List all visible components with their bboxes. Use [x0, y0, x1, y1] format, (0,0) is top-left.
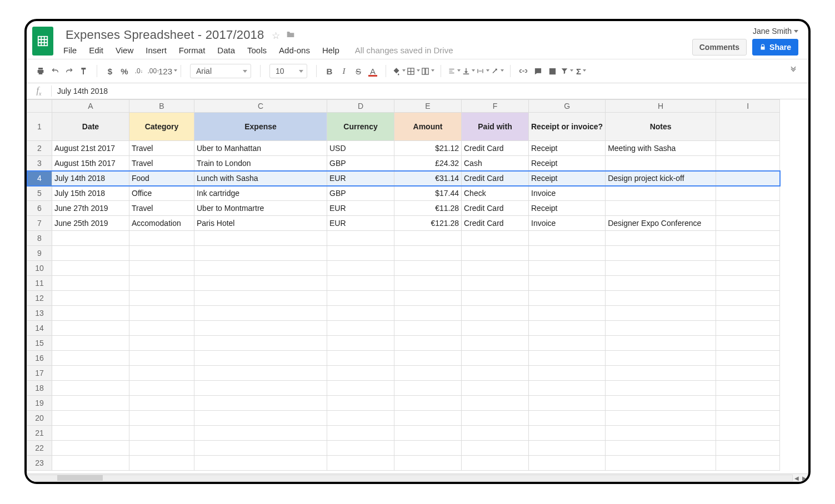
- cell-G21[interactable]: [529, 426, 606, 441]
- cell-H21[interactable]: [606, 426, 716, 441]
- row-header-15[interactable]: 15: [27, 336, 52, 351]
- strikethrough-icon[interactable]: S: [351, 64, 366, 78]
- cell-B9[interactable]: [129, 246, 194, 261]
- insert-link-icon[interactable]: [516, 64, 531, 78]
- cell-H19[interactable]: [606, 396, 716, 411]
- menu-insert[interactable]: Insert: [146, 46, 167, 55]
- cell-I15[interactable]: [716, 336, 780, 351]
- cell-F19[interactable]: [462, 396, 529, 411]
- format-currency-icon[interactable]: $: [103, 64, 117, 78]
- cell-E23[interactable]: [394, 456, 462, 471]
- cell-B14[interactable]: [129, 321, 194, 336]
- cell-D11[interactable]: [327, 276, 394, 291]
- cell-I4[interactable]: [716, 171, 780, 186]
- insert-comment-icon[interactable]: [531, 64, 545, 78]
- cell-F6[interactable]: Credit Card: [462, 201, 529, 216]
- cell-A21[interactable]: [52, 426, 129, 441]
- spreadsheet-grid[interactable]: ABCDEFGHI1DateCategoryExpenseCurrencyAmo…: [27, 99, 808, 473]
- cell-F22[interactable]: [462, 441, 529, 456]
- cell-H2[interactable]: Meeting with Sasha: [606, 141, 716, 156]
- cell-H11[interactable]: [606, 276, 716, 291]
- cell-F3[interactable]: Cash: [462, 156, 529, 171]
- cell-C13[interactable]: [194, 306, 327, 321]
- cell-E15[interactable]: [394, 336, 462, 351]
- cell-F23[interactable]: [462, 456, 529, 471]
- select-all-corner[interactable]: [27, 100, 52, 113]
- cell-B11[interactable]: [129, 276, 194, 291]
- cell-B17[interactable]: [129, 366, 194, 381]
- cell-G19[interactable]: [529, 396, 606, 411]
- cell-D13[interactable]: [327, 306, 394, 321]
- col-header-E[interactable]: E: [394, 100, 462, 113]
- row-header-16[interactable]: 16: [27, 351, 52, 366]
- cell-G18[interactable]: [529, 381, 606, 396]
- cell-B15[interactable]: [129, 336, 194, 351]
- row-header-9[interactable]: 9: [27, 246, 52, 261]
- cell-G7[interactable]: Invoice: [529, 216, 606, 231]
- cell-E2[interactable]: $21.12: [394, 141, 462, 156]
- cell-H16[interactable]: [606, 351, 716, 366]
- cell-H4[interactable]: Design project kick-off: [606, 171, 716, 186]
- cell-I17[interactable]: [716, 366, 780, 381]
- cell-E14[interactable]: [394, 321, 462, 336]
- row-header-20[interactable]: 20: [27, 411, 52, 426]
- cell-F18[interactable]: [462, 381, 529, 396]
- cell-D3[interactable]: GBP: [327, 156, 394, 171]
- cell-H1[interactable]: Notes: [606, 113, 716, 141]
- cell-D6[interactable]: EUR: [327, 201, 394, 216]
- cell-I23[interactable]: [716, 456, 780, 471]
- cell-C11[interactable]: [194, 276, 327, 291]
- insert-chart-icon[interactable]: [545, 64, 559, 78]
- cell-G1[interactable]: Receipt or invoice?: [529, 113, 606, 141]
- cell-A3[interactable]: August 15th 2017: [52, 156, 129, 171]
- cell-I2[interactable]: [716, 141, 780, 156]
- cell-A9[interactable]: [52, 246, 129, 261]
- merge-cells-icon[interactable]: [421, 64, 435, 78]
- cell-I7[interactable]: [716, 216, 780, 231]
- text-color-icon[interactable]: A: [366, 64, 380, 78]
- col-header-F[interactable]: F: [462, 100, 529, 113]
- cell-G13[interactable]: [529, 306, 606, 321]
- cell-D19[interactable]: [327, 396, 394, 411]
- cell-D4[interactable]: EUR: [327, 171, 394, 186]
- row-header-7[interactable]: 7: [27, 216, 52, 231]
- undo-icon[interactable]: [48, 64, 62, 78]
- cell-I20[interactable]: [716, 411, 780, 426]
- cell-I11[interactable]: [716, 276, 780, 291]
- cell-A17[interactable]: [52, 366, 129, 381]
- text-rotation-icon[interactable]: [490, 64, 504, 78]
- cell-B10[interactable]: [129, 261, 194, 276]
- row-header-3[interactable]: 3: [27, 156, 52, 171]
- cell-C10[interactable]: [194, 261, 327, 276]
- cell-H18[interactable]: [606, 381, 716, 396]
- menu-format[interactable]: Format: [179, 46, 206, 55]
- cell-G9[interactable]: [529, 246, 606, 261]
- cell-F9[interactable]: [462, 246, 529, 261]
- cell-G8[interactable]: [529, 231, 606, 246]
- cell-C17[interactable]: [194, 366, 327, 381]
- row-header-2[interactable]: 2: [27, 141, 52, 156]
- cell-H8[interactable]: [606, 231, 716, 246]
- cell-C19[interactable]: [194, 396, 327, 411]
- cell-C1[interactable]: Expense: [194, 113, 327, 141]
- cell-I1[interactable]: [716, 113, 780, 141]
- cell-A5[interactable]: July 15th 2018: [52, 186, 129, 201]
- comments-button[interactable]: Comments: [692, 39, 747, 56]
- cell-G16[interactable]: [529, 351, 606, 366]
- bold-icon[interactable]: B: [322, 64, 337, 78]
- cell-I9[interactable]: [716, 246, 780, 261]
- cell-B2[interactable]: Travel: [129, 141, 194, 156]
- cell-C7[interactable]: Paris Hotel: [194, 216, 327, 231]
- format-percent-icon[interactable]: %: [117, 64, 132, 78]
- cell-D18[interactable]: [327, 381, 394, 396]
- cell-H10[interactable]: [606, 261, 716, 276]
- cell-A15[interactable]: [52, 336, 129, 351]
- cell-D21[interactable]: [327, 426, 394, 441]
- cell-B3[interactable]: Travel: [129, 156, 194, 171]
- col-header-A[interactable]: A: [52, 100, 129, 113]
- cell-C8[interactable]: [194, 231, 327, 246]
- cell-D22[interactable]: [327, 441, 394, 456]
- print-icon[interactable]: [33, 64, 48, 78]
- cell-F1[interactable]: Paid with: [462, 113, 529, 141]
- cell-I8[interactable]: [716, 231, 780, 246]
